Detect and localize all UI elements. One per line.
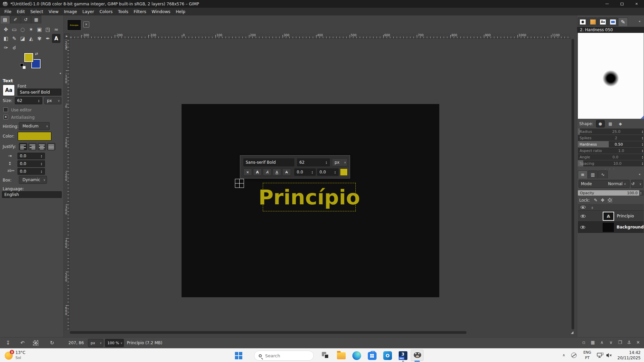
weather-condition[interactable]: Sol: [15, 356, 21, 360]
float-unit-dropdown[interactable]: px∨: [332, 158, 348, 166]
colors[interactable]: Colors: [97, 8, 115, 15]
language-switcher[interactable]: ENG PT: [582, 350, 593, 361]
swap-colors-icon[interactable]: ⇄: [35, 52, 38, 56]
zoom-level-dropdown[interactable]: 100 %∨: [105, 339, 124, 347]
delete-layer-icon[interactable]: ✕: [634, 339, 643, 346]
clone-tool[interactable]: ◭: [27, 34, 35, 43]
help[interactable]: Help: [173, 8, 188, 15]
language-field[interactable]: English: [2, 191, 62, 198]
clear-formatting-button[interactable]: ✕: [243, 168, 252, 176]
shape-diamond[interactable]: ◆: [616, 120, 625, 127]
text-color-swatch[interactable]: [17, 132, 52, 141]
tools[interactable]: Tools: [115, 8, 131, 15]
vertical-scrollbar-thumb[interactable]: [572, 39, 574, 329]
strikethrough-button[interactable]: A: [282, 168, 291, 176]
edge-browser-button[interactable]: [352, 351, 361, 360]
brush-slider[interactable]: Spikes 2 ▴▾: [578, 135, 644, 141]
save-icon[interactable]: ↧: [4, 339, 12, 347]
slider-spinner-arrows[interactable]: ▴▾: [641, 143, 644, 146]
tab-brush-editor[interactable]: ✎: [618, 17, 628, 26]
box-dropdown[interactable]: Dynamic∨: [19, 176, 47, 184]
shape-square[interactable]: ▩: [606, 120, 615, 127]
rectangle-select-tool[interactable]: ▭: [10, 25, 18, 34]
brush-slider[interactable]: Hardness 0.50 ▴▾: [578, 141, 644, 147]
bucket-fill-tool[interactable]: ◧: [2, 34, 10, 43]
delete-icon[interactable]: ✕: [33, 340, 39, 346]
layer-row[interactable]: Background: [578, 222, 644, 233]
layer-row[interactable]: A Princípio: [578, 211, 644, 222]
dock-menu-icon[interactable]: ◂: [639, 172, 640, 176]
3dsmax-button[interactable]: 3 MAX: [399, 351, 407, 360]
layer-mode-dropdown[interactable]: Mode Normal∨: [579, 180, 630, 188]
layer-visibility-eye-icon[interactable]: [580, 226, 585, 229]
justify-left-button[interactable]: [19, 143, 27, 150]
raise-layer-icon[interactable]: ∧: [597, 339, 606, 346]
float-size-spinner-arrows[interactable]: ▴▾: [325, 161, 328, 164]
fuzzy-select-tool[interactable]: ✶: [27, 25, 35, 34]
layer-name[interactable]: Princípio: [617, 214, 634, 218]
underline-button[interactable]: A: [273, 168, 281, 176]
layer-name[interactable]: Background: [616, 225, 644, 229]
slider-spinner-arrows[interactable]: ▴▾: [641, 130, 644, 133]
revert-icon[interactable]: ↻: [48, 339, 56, 347]
opacity-spinner-arrows[interactable]: ▴▾: [640, 190, 644, 196]
dock-menu-icon[interactable]: ◂: [59, 71, 61, 75]
tab-undo-history[interactable]: ↺: [21, 15, 31, 23]
tab-brushes[interactable]: [578, 17, 588, 26]
opacity-slider[interactable]: Opacity 100.0 ▴▾: [578, 190, 644, 196]
tab-document-history[interactable]: [608, 17, 618, 26]
tab-fonts[interactable]: Aa: [598, 17, 608, 26]
justify-fill-button[interactable]: [47, 143, 55, 150]
taskbar-clock[interactable]: 14:42 20/11/2025: [617, 350, 641, 361]
ruler-corner-button[interactable]: ▶: [64, 34, 69, 39]
size-unit-dropdown[interactable]: px∨: [44, 97, 61, 104]
horizontal-scrollbar-thumb[interactable]: [70, 331, 466, 334]
dock-menu-icon[interactable]: ◂: [639, 19, 640, 23]
layer[interactable]: Layer: [80, 8, 97, 15]
crop-tool[interactable]: ▣: [35, 25, 44, 34]
outlook-button[interactable]: O: [383, 351, 392, 360]
microsoft-store-button[interactable]: [368, 351, 377, 360]
duplicate-layer-icon[interactable]: ❐: [615, 339, 625, 346]
navigation-corner-icon[interactable]: ◢: [571, 330, 575, 334]
antialiasing-checkbox[interactable]: ✕: [3, 115, 8, 119]
indent-spinbox[interactable]: 0.0 ▴▾: [17, 153, 45, 159]
layer-thumbnail[interactable]: [603, 223, 614, 232]
start-button[interactable]: [235, 352, 242, 359]
paintbrush-tool[interactable]: ✎: [10, 34, 18, 43]
move-tool[interactable]: ✥: [2, 25, 10, 34]
slider-spinner-arrows[interactable]: ▴▾: [641, 162, 644, 165]
tab-device-status[interactable]: ✐: [10, 15, 20, 23]
network-icon[interactable]: [597, 353, 603, 358]
tab-channels[interactable]: ▥: [588, 170, 598, 178]
text-layer-selection[interactable]: Princípio: [263, 183, 356, 211]
slider-spinner-arrows[interactable]: ▴▾: [641, 155, 644, 159]
tab-patterns[interactable]: [588, 17, 598, 26]
italic-button[interactable]: A: [263, 168, 271, 176]
tab-paths[interactable]: ∿: [598, 170, 608, 178]
view[interactable]: View: [46, 8, 61, 15]
font-picker-button[interactable]: Aa: [3, 85, 15, 96]
text-tool[interactable]: A: [52, 34, 60, 43]
color-picker-tool[interactable]: ✑: [2, 43, 10, 52]
new-layer-icon[interactable]: ▫: [579, 339, 588, 346]
horizontal-scrollbar[interactable]: [69, 330, 571, 334]
slider-spinner-arrows[interactable]: ▴▾: [641, 136, 644, 140]
mode-switch-button[interactable]: ↺∨: [631, 180, 643, 188]
line-spacing-spinbox[interactable]: 0.0 ▴▾: [17, 160, 45, 167]
maximize-button[interactable]: [614, 0, 629, 8]
line-spacing-spinner-arrows[interactable]: ▴▾: [40, 162, 43, 165]
warp-tool[interactable]: ≈: [52, 25, 60, 34]
float-size-spinbox[interactable]: 62 ▴▾: [297, 158, 330, 166]
size-spinner-arrows[interactable]: ▴▾: [38, 99, 40, 102]
brush-slider[interactable]: Aspect ratio 1.0 ▴▾: [578, 148, 644, 154]
close-button[interactable]: ✕: [629, 0, 644, 8]
float-color-swatch[interactable]: [340, 168, 348, 176]
foreground-color-swatch[interactable]: [24, 53, 33, 62]
do-not-disturb-icon[interactable]: [571, 353, 577, 358]
select[interactable]: Select: [28, 8, 46, 15]
layer-thumbnail[interactable]: A: [603, 212, 614, 221]
filters[interactable]: Filters: [131, 8, 149, 15]
float-font-field[interactable]: Sans-serif Bold: [243, 158, 294, 166]
free-select-tool[interactable]: ◌: [18, 25, 27, 34]
